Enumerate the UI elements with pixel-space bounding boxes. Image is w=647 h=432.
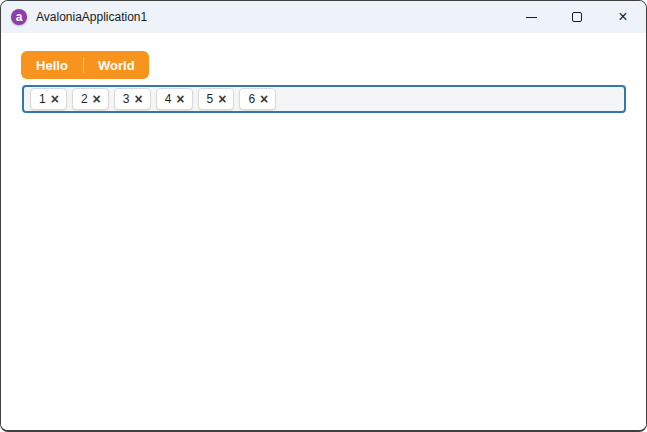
tag-chip: 2 × (72, 88, 109, 110)
tag-input-box[interactable]: 1 × 2 × 3 × 4 × 5 × 6 × (22, 85, 626, 113)
tag-chip: 6 × (239, 88, 276, 110)
tabstrip: Hello World (21, 51, 149, 79)
tag-chip-value: 1 (39, 93, 46, 105)
close-icon: × (218, 91, 226, 107)
maximize-button[interactable] (554, 1, 600, 33)
close-icon: × (176, 91, 184, 107)
app-logo-icon[interactable]: a (11, 9, 27, 25)
maximize-icon (572, 12, 582, 22)
minimize-icon (526, 17, 537, 18)
titlebar: a AvaloniaApplication1 × (1, 1, 646, 33)
window-content: Hello World 1 × 2 × 3 × 4 × 5 (1, 33, 646, 430)
window-title: AvaloniaApplication1 (36, 10, 147, 24)
caption-buttons: × (508, 1, 646, 33)
tag-chip-value: 5 (207, 93, 214, 105)
minimize-button[interactable] (508, 1, 554, 33)
remove-tag-button[interactable]: × (218, 92, 226, 106)
close-icon: × (618, 9, 627, 25)
tab-world[interactable]: World (84, 51, 149, 79)
close-button[interactable]: × (600, 1, 646, 33)
remove-tag-button[interactable]: × (93, 92, 101, 106)
close-icon: × (51, 91, 59, 107)
tag-chip: 5 × (198, 88, 235, 110)
close-icon: × (260, 91, 268, 107)
tag-chip-value: 6 (248, 93, 255, 105)
close-icon: × (93, 91, 101, 107)
close-icon: × (134, 91, 142, 107)
tag-chip: 3 × (114, 88, 151, 110)
remove-tag-button[interactable]: × (260, 92, 268, 106)
tag-chip-value: 3 (123, 93, 130, 105)
tag-chip-value: 2 (81, 93, 88, 105)
remove-tag-button[interactable]: × (51, 92, 59, 106)
remove-tag-button[interactable]: × (134, 92, 142, 106)
tag-chip: 1 × (30, 88, 67, 110)
app-logo-letter: a (16, 11, 23, 23)
tab-hello[interactable]: Hello (21, 51, 83, 79)
app-window: a AvaloniaApplication1 × Hello World 1 × (0, 0, 647, 432)
remove-tag-button[interactable]: × (176, 92, 184, 106)
tag-chip-value: 4 (165, 93, 172, 105)
tag-chip: 4 × (156, 88, 193, 110)
